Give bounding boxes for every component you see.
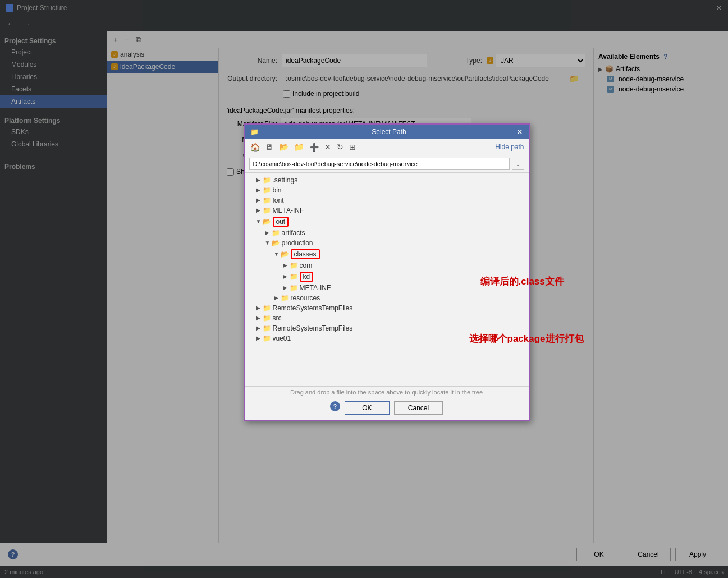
dialog-new-folder-create-button[interactable]: ➕ [308,141,320,153]
tree-item-artifacts[interactable]: ▶ 📁 artifacts [245,228,529,238]
tree-item-font[interactable]: ▶ 📁 font [245,195,529,205]
kd-label-highlight: kd [300,272,314,282]
folder-icon-classes-meta-inf: 📁 [290,284,298,292]
annotation-package: 选择哪个package进行打包 [469,332,584,345]
annotation-class-files: 编译后的.class文件 [480,275,564,288]
folder-icon-settings: 📁 [263,176,271,184]
dialog-buttons: ? OK Cancel [327,398,446,418]
tree-item-settings[interactable]: ▶ 📁 .settings [245,175,529,185]
folder-icon-font: 📁 [263,196,271,204]
dialog-icon: 📁 [250,128,259,136]
dialog-footer: Drag and drop a file into the space abov… [245,386,529,420]
folder-icon-remote2: 📁 [263,324,271,332]
folder-icon-remote1: 📁 [263,304,271,312]
folder-icon-production: 📂 [272,239,280,247]
tree-item-resources[interactable]: ▶ 📁 resources [245,293,529,303]
dialog-path-go-button[interactable]: ↓ [512,158,524,170]
folder-icon-resources: 📁 [281,294,289,302]
folder-icon-vue01: 📁 [263,334,271,342]
dialog-drag-hint: Drag and drop a file into the space abov… [290,389,483,396]
folder-icon-kd: 📁 [290,273,298,281]
folder-icon-com: 📁 [290,262,298,269]
folder-icon-artifacts: 📁 [272,229,280,237]
dialog-close-button[interactable]: ✕ [516,127,523,136]
tree-item-out[interactable]: ▼ 📂 out [245,215,529,228]
folder-icon-bin: 📁 [263,186,271,194]
dialog-title: Select Path [372,128,406,136]
tree-item-com[interactable]: ▶ 📁 com [245,260,529,270]
tree-item-src[interactable]: ▶ 📁 src [245,313,529,323]
dialog-desktop-button[interactable]: 🖥 [264,141,274,153]
dialog-help-button[interactable]: ? [330,401,340,411]
folder-icon-classes: 📂 [281,250,289,258]
tree-item-bin[interactable]: ▶ 📁 bin [245,185,529,195]
dialog-title-bar: 📁 Select Path ✕ [245,125,529,139]
tree-item-remote1[interactable]: ▶ 📁 RemoteSystemsTempFiles [245,303,529,313]
dialog-hide-path-button[interactable]: Hide path [495,143,524,151]
modal-overlay: 📁 Select Path ✕ 🏠 🖥 📂 📁 ➕ ✕ ↻ ⊞ Hide pat… [0,0,728,578]
dialog-folder-up-button[interactable]: 📂 [278,141,290,153]
folder-icon-out: 📂 [263,218,271,226]
select-path-dialog: 📁 Select Path ✕ 🏠 🖥 📂 📁 ➕ ✕ ↻ ⊞ Hide pat… [244,123,530,421]
classes-label-highlight: classes [291,249,320,259]
out-label-highlight: out [273,217,289,227]
dialog-delete-button[interactable]: ✕ [323,141,332,153]
tree-item-classes[interactable]: ▼ 📂 classes [245,248,529,260]
dialog-cancel-button[interactable]: Cancel [394,401,443,415]
dialog-path-bar: ↓ [245,155,529,173]
tree-item-meta-inf[interactable]: ▶ 📁 META-INF [245,205,529,215]
dialog-copy-button[interactable]: ⊞ [348,141,357,153]
dialog-ok-button[interactable]: OK [345,401,390,415]
folder-icon-src: 📁 [263,314,271,322]
dialog-path-input[interactable] [249,158,510,170]
dialog-refresh-button[interactable]: ↻ [336,141,345,153]
folder-icon-meta-inf: 📁 [263,207,271,214]
dialog-folder-new-button[interactable]: 📁 [293,141,305,153]
tree-item-production[interactable]: ▼ 📂 production [245,238,529,248]
dialog-home-button[interactable]: 🏠 [249,141,261,153]
dialog-toolbar: 🏠 🖥 📂 📁 ➕ ✕ ↻ ⊞ Hide path [245,139,529,155]
